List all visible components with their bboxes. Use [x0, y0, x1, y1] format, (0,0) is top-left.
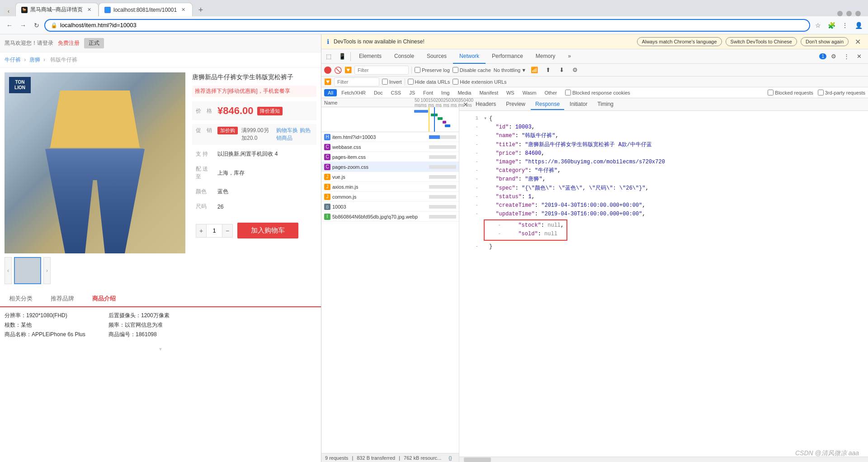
- filter-doc[interactable]: Doc: [370, 89, 387, 96]
- info-close-btn[interactable]: ✕: [853, 38, 863, 46]
- switch-chinese-btn[interactable]: Switch DevTools to Chinese: [726, 37, 797, 46]
- browser-tab-1[interactable]: 🐎 黑马商城--商品详情页 ✕: [15, 3, 99, 16]
- blocked-cookies-label[interactable]: Blocked response cookies: [565, 90, 630, 95]
- settings-btn[interactable]: ⚙: [828, 51, 839, 62]
- back-button[interactable]: ←: [4, 19, 15, 31]
- forward-button[interactable]: →: [17, 19, 29, 31]
- tab-memory[interactable]: Memory: [529, 49, 561, 64]
- invert-cb[interactable]: [382, 79, 388, 85]
- reload-button[interactable]: ↻: [31, 19, 42, 31]
- filter-manifest[interactable]: Manifest: [476, 89, 502, 96]
- invert-label[interactable]: Invert: [382, 79, 402, 85]
- hide-data-cb[interactable]: [408, 79, 414, 85]
- browser-tab-2[interactable]: 🌐 localhost:8081/item/10001 ✕: [99, 3, 193, 16]
- preserve-log-label[interactable]: Preserve log: [415, 67, 450, 73]
- expand-1[interactable]: ▾: [484, 114, 489, 123]
- qty-increase[interactable]: +: [196, 224, 206, 237]
- user-button[interactable]: 👤: [853, 19, 864, 31]
- filter-search[interactable]: [354, 66, 409, 75]
- disable-cache-label[interactable]: Disable cache: [453, 67, 491, 73]
- blocked-req-cb[interactable]: [768, 90, 774, 95]
- blocked-cookies-cb[interactable]: [565, 90, 571, 95]
- download-btn[interactable]: ⬇: [556, 65, 567, 76]
- window-close[interactable]: [855, 11, 861, 16]
- price-down-badge[interactable]: 降价通知: [257, 107, 283, 115]
- record-btn[interactable]: [324, 67, 331, 74]
- throttle-dropdown-icon[interactable]: ▼: [521, 67, 526, 73]
- register-link[interactable]: 免费注册: [58, 39, 80, 47]
- filter-media[interactable]: Media: [454, 89, 475, 96]
- network-row-2[interactable]: C webbase.css: [321, 142, 459, 152]
- third-party-label[interactable]: 3rd-party requests: [818, 90, 865, 95]
- thumbnail-1[interactable]: [14, 257, 41, 284]
- network-row-7[interactable]: J common.js: [321, 192, 459, 202]
- breadcrumb-jeans[interactable]: 牛仔裤: [5, 57, 21, 63]
- wifi-btn[interactable]: 📶: [529, 65, 540, 76]
- thumb-prev[interactable]: ‹: [5, 257, 12, 284]
- filter2-icon[interactable]: 🔽: [324, 78, 331, 85]
- network-row-4[interactable]: C pages-zoom.css: [321, 162, 459, 172]
- resp-tab-headers[interactable]: Headers: [471, 99, 500, 110]
- filter-fetch[interactable]: Fetch/XHR: [338, 89, 369, 96]
- resp-tab-response[interactable]: Response: [531, 99, 564, 110]
- response-scrollbar[interactable]: [459, 457, 868, 462]
- network-row-1[interactable]: H item.html?id=10003: [321, 132, 459, 142]
- tab1-close[interactable]: ✕: [85, 6, 93, 14]
- filter-css[interactable]: CSS: [387, 89, 405, 96]
- tab-sources[interactable]: Sources: [420, 49, 453, 64]
- filter-img[interactable]: Img: [438, 89, 453, 96]
- tab-related[interactable]: 相关分类: [0, 291, 42, 307]
- tab-back-btn[interactable]: ‹: [4, 6, 14, 16]
- dont-show-btn[interactable]: Don't show again: [801, 37, 849, 46]
- extensions-button[interactable]: 🧩: [826, 19, 837, 31]
- bookmark-button[interactable]: ☆: [812, 19, 824, 31]
- thumb-next[interactable]: ›: [43, 257, 51, 284]
- network-row-9[interactable]: I 5b860864N6bfd95db.jpg!q70.jpg.webp: [321, 212, 459, 222]
- resp-tab-preview[interactable]: Preview: [501, 99, 530, 110]
- address-bar[interactable]: 🔒: [44, 19, 810, 32]
- filter-icon-btn[interactable]: 🔽: [344, 67, 352, 73]
- third-party-cb[interactable]: [818, 90, 824, 95]
- network-row-8[interactable]: {} 10003: [321, 202, 459, 212]
- window-minimize[interactable]: [837, 11, 843, 16]
- clear-btn[interactable]: 🚫: [334, 67, 342, 74]
- network-row-3[interactable]: C pages-item.css: [321, 152, 459, 162]
- filter-font[interactable]: Font: [420, 89, 437, 96]
- hide-ext-cb[interactable]: [453, 79, 458, 85]
- filter-js[interactable]: JS: [406, 89, 419, 96]
- formal-button[interactable]: 正式: [84, 38, 104, 48]
- blocked-requests-label[interactable]: Blocked requests: [768, 90, 813, 95]
- more-options-btn[interactable]: ⋮: [841, 51, 852, 62]
- filter-wasm[interactable]: Wasm: [519, 89, 540, 96]
- qty-input[interactable]: [206, 224, 222, 237]
- tab-console[interactable]: Console: [388, 49, 420, 64]
- tab2-close[interactable]: ✕: [179, 6, 187, 14]
- settings-filter-btn[interactable]: ⚙: [570, 65, 580, 76]
- tab-brand[interactable]: 推荐品牌: [42, 291, 83, 307]
- tab-network[interactable]: Network: [453, 49, 486, 64]
- disable-cache-cb[interactable]: [453, 67, 458, 73]
- devtools-device-btn[interactable]: 📱: [337, 51, 348, 62]
- resp-tab-timing[interactable]: Timing: [593, 99, 618, 110]
- network-row-6[interactable]: J axios.min.js: [321, 182, 459, 192]
- address-input[interactable]: [60, 22, 804, 29]
- devtools-close[interactable]: ✕: [854, 51, 864, 62]
- match-language-btn[interactable]: Always match Chrome's language: [637, 37, 722, 46]
- scrollbar-thumb[interactable]: [464, 457, 491, 462]
- new-tab-btn[interactable]: +: [194, 4, 207, 16]
- breadcrumb-tonlion[interactable]: 唐狮: [29, 57, 40, 63]
- filter-other[interactable]: Other: [541, 89, 561, 96]
- upload-btn[interactable]: ⬆: [542, 65, 553, 76]
- hide-data-urls-label[interactable]: Hide data URLs: [408, 79, 450, 85]
- tab-intro[interactable]: 商品介绍: [83, 291, 125, 307]
- tab-performance[interactable]: Performance: [486, 49, 529, 64]
- add-to-cart-button[interactable]: 加入购物车: [237, 223, 298, 238]
- qty-decrease[interactable]: −: [222, 224, 232, 237]
- network-row-5[interactable]: J vue.js: [321, 172, 459, 182]
- menu-button[interactable]: ⋮: [839, 19, 851, 31]
- tab-elements[interactable]: Elements: [353, 49, 388, 64]
- filter2-input[interactable]: [334, 77, 379, 86]
- promo-links[interactable]: 购物车换 购热销商品: [276, 127, 313, 142]
- preserve-log-cb[interactable]: [415, 67, 420, 73]
- hide-extension-label[interactable]: Hide extension URLs: [453, 79, 506, 85]
